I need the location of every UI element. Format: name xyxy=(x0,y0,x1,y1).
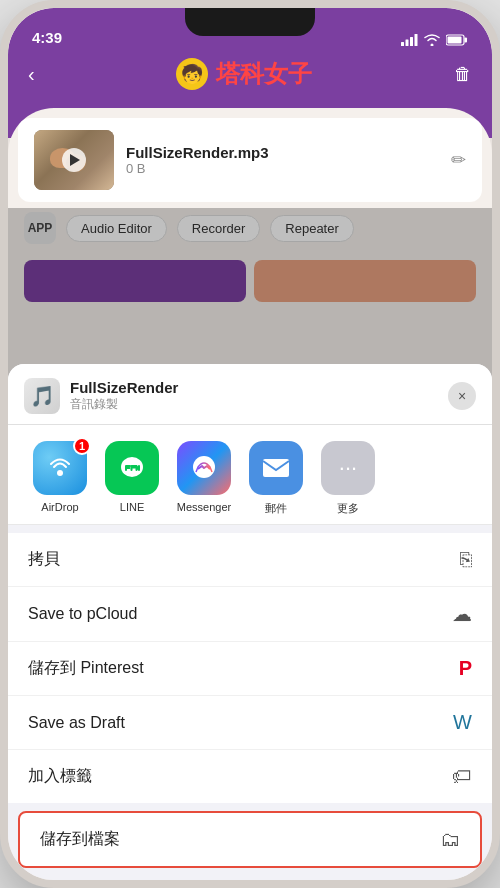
app-avatar: 🧒 xyxy=(176,58,208,90)
menu-item-draft[interactable]: Save as Draft W xyxy=(8,696,492,750)
svg-point-7 xyxy=(57,470,63,476)
svg-rect-0 xyxy=(401,42,404,46)
line-icon xyxy=(105,441,159,495)
menu-item-pcloud[interactable]: Save to pCloud ☁ xyxy=(8,587,492,642)
airdrop-svg xyxy=(46,454,74,482)
share-apps-row: 1 AirDrop xyxy=(8,425,492,525)
share-header: 🎵 FullSizeRender 音訊錄製 × xyxy=(8,364,492,425)
share-app-airdrop[interactable]: 1 AirDrop xyxy=(24,441,96,516)
svg-rect-5 xyxy=(448,37,462,44)
draft-label: Save as Draft xyxy=(28,714,125,732)
line-svg xyxy=(116,452,148,484)
file-edit-button[interactable]: ✏ xyxy=(451,149,466,171)
share-app-messenger[interactable]: Messenger xyxy=(168,441,240,516)
pinterest-label: 儲存到 Pinterest xyxy=(28,658,144,679)
share-app-info: FullSizeRender 音訊錄製 xyxy=(70,379,448,413)
mail-svg xyxy=(261,454,291,482)
pcloud-icon: ☁ xyxy=(452,602,472,626)
share-app-name: FullSizeRender xyxy=(70,379,448,396)
messenger-label: Messenger xyxy=(177,501,231,513)
share-app-sub: 音訊錄製 xyxy=(70,396,448,413)
file-section: FullSizeRender.mp3 0 B ✏ xyxy=(18,118,482,202)
mail-icon xyxy=(249,441,303,495)
files-label: 儲存到檔案 xyxy=(40,829,120,850)
share-close-button[interactable]: × xyxy=(448,382,476,410)
file-thumbnail xyxy=(34,130,114,190)
share-app-mail[interactable]: 郵件 xyxy=(240,441,312,516)
airdrop-label: AirDrop xyxy=(41,501,78,513)
menu-item-bookmark[interactable]: 加入標籤 🏷 xyxy=(8,750,492,803)
status-time: 4:39 xyxy=(32,29,62,46)
menu-item-files[interactable]: 儲存到檔案 🗂 xyxy=(18,811,482,868)
svg-rect-6 xyxy=(465,38,468,43)
phone-frame: 4:39 ‹ xyxy=(0,0,500,888)
messenger-svg xyxy=(189,453,219,483)
main-content: FullSizeRender.mp3 0 B ✏ APP Audio Edito… xyxy=(8,108,492,880)
line-label: LINE xyxy=(120,501,144,513)
back-button[interactable]: ‹ xyxy=(28,63,35,86)
svg-rect-10 xyxy=(263,459,289,477)
svg-rect-2 xyxy=(410,37,413,46)
share-app-icon: 🎵 xyxy=(24,378,60,414)
trash-button[interactable]: 🗑 xyxy=(454,64,472,85)
copy-icon: ⎘ xyxy=(460,548,472,571)
more-label: 更多 xyxy=(337,501,359,516)
more-icon: ··· xyxy=(321,441,375,495)
header-title-area: 🧒 塔科女子 xyxy=(176,58,312,90)
menu-item-pinterest[interactable]: 儲存到 Pinterest P xyxy=(8,642,492,696)
notch xyxy=(185,8,315,36)
wifi-icon xyxy=(424,34,440,46)
messenger-icon xyxy=(177,441,231,495)
svg-rect-1 xyxy=(406,40,409,47)
mail-label: 郵件 xyxy=(265,501,287,516)
file-name: FullSizeRender.mp3 xyxy=(126,144,439,161)
menu-item-copy[interactable]: 拷貝 ⎘ xyxy=(8,533,492,587)
bookmark-label: 加入標籤 xyxy=(28,766,92,787)
airdrop-badge: 1 xyxy=(73,437,91,455)
pcloud-label: Save to pCloud xyxy=(28,605,137,623)
dim-overlay xyxy=(8,208,492,388)
draft-icon: W xyxy=(453,711,472,734)
share-app-more[interactable]: ··· 更多 xyxy=(312,441,384,516)
share-sheet: 🎵 FullSizeRender 音訊錄製 × 1 xyxy=(8,364,492,880)
svg-rect-3 xyxy=(415,34,418,46)
bookmark-icon: 🏷 xyxy=(452,765,472,788)
share-app-line[interactable]: LINE xyxy=(96,441,168,516)
header-nav: ‹ 🧒 塔科女子 🗑 xyxy=(8,58,492,90)
battery-icon xyxy=(446,34,468,46)
signal-icon xyxy=(401,34,418,46)
files-icon: 🗂 xyxy=(440,828,460,851)
play-icon xyxy=(70,154,80,166)
status-icons xyxy=(401,34,468,46)
app-title: 塔科女子 xyxy=(216,58,312,90)
file-info: FullSizeRender.mp3 0 B xyxy=(126,144,439,176)
pinterest-icon: P xyxy=(459,657,472,680)
play-button[interactable] xyxy=(62,148,86,172)
file-size: 0 B xyxy=(126,161,439,176)
airdrop-icon: 1 xyxy=(33,441,87,495)
menu-list: 拷貝 ⎘ Save to pCloud ☁ 儲存到 Pinterest P Sa… xyxy=(8,533,492,803)
copy-label: 拷貝 xyxy=(28,549,60,570)
